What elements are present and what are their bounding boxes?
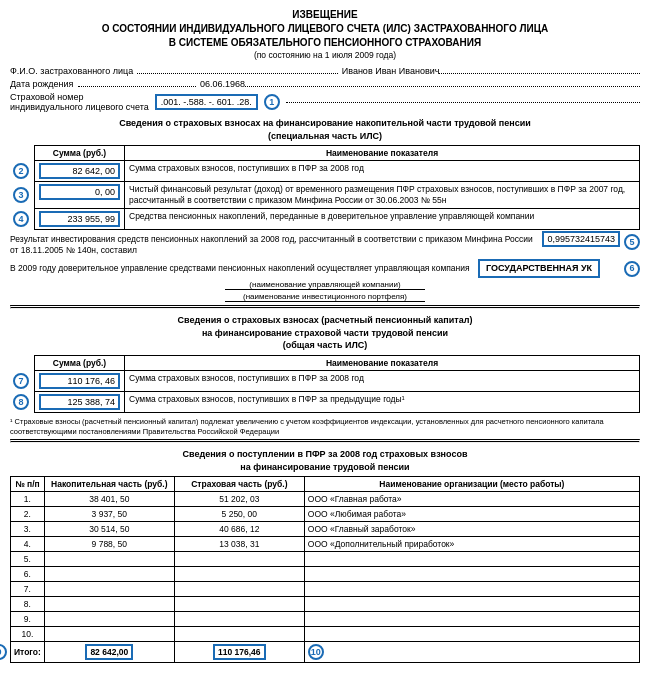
contributions-row-3: 3. 30 514, 50 40 686, 12 ООО «Главный за… bbox=[11, 522, 640, 537]
divider2 bbox=[10, 439, 640, 443]
row4-org: ООО «Дополнительный приработок» bbox=[304, 537, 639, 552]
snils-label: Страховой номер bbox=[10, 92, 149, 102]
badge-4: 4 bbox=[13, 211, 29, 227]
col-name-header: Наименование показателя bbox=[125, 146, 639, 160]
sub-title: (по состоянию на 1 июля 2009 года) bbox=[10, 50, 640, 60]
row3-insur: 40 686, 12 bbox=[174, 522, 304, 537]
col-name-header-2: Наименование показателя bbox=[125, 356, 639, 370]
result-value: 0,995732415743 bbox=[542, 231, 620, 247]
snils-sublabel: индивидуального лицевого счета bbox=[10, 102, 149, 112]
footnote: ¹ Страховые взносы (расчетный пенсионный… bbox=[10, 417, 640, 437]
section1-header: Сведения о страховых взносах на финансир… bbox=[10, 117, 640, 142]
snils-wrapper: .001. -.588. -. 601. .28. 1 bbox=[155, 94, 258, 110]
section2-header: Сведения о страховых взносах (расчетный … bbox=[10, 314, 640, 352]
total-accum: 82 642,00 bbox=[44, 642, 174, 663]
contributions-row-1: 1. 38 401, 50 51 202, 03 ООО «Главная ра… bbox=[11, 492, 640, 507]
result-text: Результат инвестирования средств пенсион… bbox=[10, 234, 539, 256]
row1-org: ООО «Главная работа» bbox=[304, 492, 639, 507]
contributions-row-8: 8. bbox=[11, 597, 640, 612]
dob-value: 06.06.1968 bbox=[200, 79, 245, 89]
row1-insur: 51 202, 03 bbox=[174, 492, 304, 507]
contributions-header-row: № п/п Накопительная часть (руб.) Страхов… bbox=[11, 477, 640, 492]
result-line: Результат инвестирования средств пенсион… bbox=[10, 234, 640, 256]
row2-accum: 3 937, 50 bbox=[44, 507, 174, 522]
section1-table-header: Сумма (руб.) Наименование показателя bbox=[35, 146, 639, 161]
badge-7: 7 bbox=[13, 373, 29, 389]
total-insur: 110 176,46 10 bbox=[174, 642, 304, 663]
cell-desc-3: Средства пенсионных накоплений, переданн… bbox=[125, 209, 639, 229]
contributions-row-5: 5. bbox=[11, 552, 640, 567]
snils-row: Страховой номер индивидуального лицевого… bbox=[10, 92, 640, 112]
row3-accum: 30 514, 50 bbox=[44, 522, 174, 537]
cell-desc-1: Сумма страховых взносов, поступивших в П… bbox=[125, 161, 639, 181]
row1-accum: 38 401, 50 bbox=[44, 492, 174, 507]
divider1 bbox=[10, 305, 640, 309]
row1-num: 1. bbox=[11, 492, 45, 507]
row2-insur: 5 250, 00 bbox=[174, 507, 304, 522]
badge-10: 10 bbox=[308, 644, 324, 660]
mgmt-label1: (наименование управляющей компании) bbox=[225, 280, 425, 290]
main-title: ИЗВЕЩЕНИЕ О СОСТОЯНИИ ИНДИВИДУАЛЬНОГО ЛИ… bbox=[10, 8, 640, 50]
sum-box-1: 82 642, 00 bbox=[39, 163, 120, 179]
dob-row: Дата рождения 06.06.1968 bbox=[10, 79, 640, 89]
sum-box-s2-1: 110 176, 46 bbox=[39, 373, 120, 389]
col-sum-header: Сумма (руб.) bbox=[35, 146, 125, 160]
badge-6: 6 bbox=[624, 261, 640, 277]
total-label: 9 Итого: bbox=[11, 642, 45, 663]
section2-row-2: 8 125 388, 74 Сумма страховых взносов, п… bbox=[35, 392, 639, 412]
section2-row-1: 7 110 176, 46 Сумма страховых взносов, п… bbox=[35, 371, 639, 392]
contributions-row-6: 6. bbox=[11, 567, 640, 582]
contributions-row-10: 10. bbox=[11, 627, 640, 642]
cell-desc-2: Чистый финансовый результат (доход) от в… bbox=[125, 182, 639, 208]
title-block: ИЗВЕЩЕНИЕ О СОСТОЯНИИ ИНДИВИДУАЛЬНОГО ЛИ… bbox=[10, 8, 640, 60]
contributions-table: № п/п Накопительная часть (руб.) Страхов… bbox=[10, 476, 640, 663]
cell-sum-3: 233 955, 99 bbox=[35, 209, 125, 229]
row2-num: 2. bbox=[11, 507, 45, 522]
fio-label: Ф.И.О. застрахованного лица bbox=[10, 66, 133, 76]
contributions-row-7: 7. bbox=[11, 582, 640, 597]
fio-value: Иванов Иван Иванович bbox=[342, 66, 440, 76]
badge-3: 3 bbox=[13, 187, 29, 203]
mgmt-block: В 2009 году доверительное управление сре… bbox=[10, 259, 640, 302]
contributions-row-4: 4. 9 788, 50 13 038, 31 ООО «Дополнитель… bbox=[11, 537, 640, 552]
section1-table: Сумма (руб.) Наименование показателя 2 8… bbox=[34, 145, 640, 230]
section1-row-3: 4 233 955, 99 Средства пенсионных накопл… bbox=[35, 209, 639, 229]
snils-value: .001. -.588. -. 601. .28. bbox=[161, 97, 252, 107]
dob-label: Дата рождения bbox=[10, 79, 74, 89]
section1-row-1: 2 82 642, 00 Сумма страховых взносов, по… bbox=[35, 161, 639, 182]
badge-2: 2 bbox=[13, 163, 29, 179]
fio-row: Ф.И.О. застрахованного лица Иванов Иван … bbox=[10, 66, 640, 76]
contributions-row-9: 9. bbox=[11, 612, 640, 627]
section2-table: Сумма (руб.) Наименование показателя 7 1… bbox=[34, 355, 640, 413]
badge-1: 1 bbox=[264, 94, 280, 110]
sum-box-2: 0, 00 bbox=[39, 184, 120, 200]
row4-accum: 9 788, 50 bbox=[44, 537, 174, 552]
col-org: Наименование организации (место работы) bbox=[304, 477, 639, 492]
row4-num: 4. bbox=[11, 537, 45, 552]
mgmt-line1: В 2009 году доверительное управление сре… bbox=[10, 259, 640, 278]
section3-header: Сведения о поступлении в ПФР за 2008 год… bbox=[10, 448, 640, 473]
col-accum: Накопительная часть (руб.) bbox=[44, 477, 174, 492]
total-row: 9 Итого: 82 642,00 110 176,46 10 bbox=[11, 642, 640, 663]
badge-5: 5 bbox=[624, 234, 640, 250]
cell-sum-1: 82 642, 00 bbox=[35, 161, 125, 181]
section1-row-2: 3 0, 00 Чистый финансовый результат (дох… bbox=[35, 182, 639, 209]
badge-9: 9 bbox=[0, 644, 7, 660]
snils-box: .001. -.588. -. 601. .28. bbox=[155, 94, 258, 110]
col-insur: Страховая часть (руб.) bbox=[174, 477, 304, 492]
contributions-row-2: 2. 3 937, 50 5 250, 00 ООО «Любимая рабо… bbox=[11, 507, 640, 522]
badge-8: 8 bbox=[13, 394, 29, 410]
total-accum-box: 82 642,00 bbox=[85, 644, 133, 660]
total-insur-box: 110 176,46 bbox=[213, 644, 266, 660]
cell-sum-s2-2: 125 388, 74 bbox=[35, 392, 125, 412]
cell-desc-s2-2: Сумма страховых взносов, поступивших в П… bbox=[125, 392, 639, 412]
row3-num: 3. bbox=[11, 522, 45, 537]
col-num: № п/п bbox=[11, 477, 45, 492]
mgmt-label2: (наименование инвестиционного портфеля) bbox=[225, 292, 425, 302]
sum-box-s2-2: 125 388, 74 bbox=[39, 394, 120, 410]
row4-insur: 13 038, 31 bbox=[174, 537, 304, 552]
section3-wrapper: № п/п Накопительная часть (руб.) Страхов… bbox=[10, 476, 640, 663]
cell-sum-s2-1: 110 176, 46 bbox=[35, 371, 125, 391]
row3-org: ООО «Главный заработок» bbox=[304, 522, 639, 537]
sum-box-3: 233 955, 99 bbox=[39, 211, 120, 227]
